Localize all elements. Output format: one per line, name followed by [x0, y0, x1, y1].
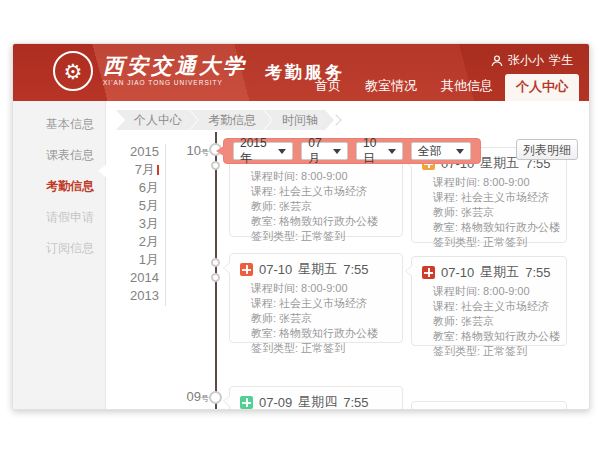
- breadcrumb: 个人中心 考勤信息 时间轴: [116, 110, 340, 130]
- nav-item-other-info[interactable]: 其他信息: [429, 73, 505, 101]
- signin-type-icon: [240, 263, 253, 276]
- main-nav: 首页 教室情况 其他信息 个人中心: [303, 73, 579, 101]
- card-line: 签到类型: 正常签到: [412, 344, 566, 359]
- active-month-cursor: [157, 165, 159, 175]
- attendance-app-window: ⚙ 西安交通大学 XI'AN JIAO TONG UNIVERSITY 考勤服务…: [12, 43, 590, 410]
- card-line: 签到类型: 正常签到: [412, 235, 566, 250]
- breadcrumb-attendance-info[interactable]: 考勤信息: [190, 110, 272, 130]
- timeline-node: [211, 273, 220, 282]
- card-line: 教师: 张芸京: [412, 314, 566, 329]
- user-info[interactable]: 张小小 学生: [491, 52, 573, 69]
- card-arrow: [405, 265, 412, 277]
- sidebar: 基本信息 课表信息 考勤信息 请假申请 订阅信息: [13, 101, 106, 409]
- attendance-card[interactable]: 07-09星期四7:55 课程时间: 8:00-9:00: [229, 386, 403, 410]
- card-line: 课程时间: 8:00-9:00: [230, 169, 402, 184]
- card-line: 课程: 社会主义市场经济: [412, 299, 566, 314]
- attendance-card[interactable]: 07-10星期五7:55 课程时间: 8:00-9:00 课程: 社会主义市场经…: [229, 253, 403, 343]
- university-name-cn: 西安交通大学: [103, 56, 247, 77]
- card-line: 课程: 社会主义市场经济: [230, 184, 402, 199]
- timeline-scale: 2015 7月 6月 5月 3月 2月 1月 2014 2013: [111, 143, 159, 305]
- day-select[interactable]: 10日: [356, 142, 403, 160]
- scale-2015[interactable]: 2015: [111, 143, 159, 161]
- attendance-card-clipped[interactable]: [411, 401, 567, 410]
- timeline-node: [211, 258, 220, 267]
- user-role: 学生: [549, 52, 573, 69]
- month-select[interactable]: 07月: [301, 142, 348, 160]
- card-line: 课程时间: 8:00-9:00: [230, 281, 402, 296]
- card-line: 教师: 张芸京: [230, 199, 402, 214]
- card-line: 签到类型: 正常签到: [230, 229, 402, 244]
- card-line: 教室: 格物致知行政办公楼: [230, 326, 402, 341]
- card-line: 教室: 格物致知行政办公楼: [412, 329, 566, 344]
- timeline-line: [215, 132, 217, 409]
- card-title: 07-10星期五7:55: [412, 257, 566, 284]
- card-line: 签到类型: 正常签到: [230, 341, 402, 356]
- sidebar-item-schedule-info[interactable]: 课表信息: [13, 140, 105, 171]
- attendance-card[interactable]: 07-10星期五7:55 课程时间: 8:00-9:00 课程: 社会主义市场经…: [411, 256, 567, 346]
- sidebar-item-attendance-info[interactable]: 考勤信息: [13, 171, 105, 202]
- scale-divider: [165, 144, 166, 306]
- card-title: 07-09星期四7:55: [230, 387, 402, 410]
- signin-type-icon: [240, 396, 253, 409]
- signin-type-icon: [422, 266, 435, 279]
- scale-mar[interactable]: 3月: [111, 215, 159, 233]
- scale-jan[interactable]: 1月: [111, 251, 159, 269]
- breadcrumb-timeline[interactable]: 时间轴: [264, 110, 334, 130]
- university-emblem-icon: ⚙: [53, 51, 93, 91]
- card-line: 教室: 格物致知行政办公楼: [230, 214, 402, 229]
- app-header: ⚙ 西安交通大学 XI'AN JIAO TONG UNIVERSITY 考勤服务…: [13, 44, 589, 101]
- timeline-node: [211, 161, 220, 170]
- card-line: 课程: 社会主义市场经济: [230, 296, 402, 311]
- nav-item-home[interactable]: 首页: [303, 73, 353, 101]
- type-select[interactable]: 全部: [411, 142, 471, 160]
- user-name: 张小小: [508, 52, 544, 69]
- scale-2013[interactable]: 2013: [111, 287, 159, 305]
- day-marker-09: 09号: [171, 389, 209, 404]
- scale-2014[interactable]: 2014: [111, 269, 159, 287]
- card-title: 07-10星期五7:55: [230, 254, 402, 281]
- card-line: 课程时间: 8:00-9:00: [412, 175, 566, 190]
- sidebar-item-basic-info[interactable]: 基本信息: [13, 109, 105, 140]
- card-line: 课程时间: 8:00-9:00: [412, 284, 566, 299]
- nav-item-classrooms[interactable]: 教室情况: [353, 73, 429, 101]
- chevron-right-icon: [330, 114, 341, 125]
- scale-jul[interactable]: 7月: [111, 161, 159, 179]
- timeline-node: [209, 391, 222, 404]
- year-select[interactable]: 2015年: [233, 142, 293, 160]
- nav-item-personal-center[interactable]: 个人中心: [505, 74, 579, 101]
- caret-down-icon: [388, 149, 396, 154]
- day-marker-10: 10号: [171, 143, 209, 158]
- caret-down-icon: [333, 149, 341, 154]
- scale-may[interactable]: 5月: [111, 197, 159, 215]
- card-arrow: [223, 395, 230, 407]
- caret-down-icon: [456, 149, 464, 154]
- brand-block: ⚙ 西安交通大学 XI'AN JIAO TONG UNIVERSITY 考勤服务: [53, 51, 345, 91]
- caret-down-icon: [278, 149, 286, 154]
- card-line: 课程: 社会主义市场经济: [412, 190, 566, 205]
- scale-jun[interactable]: 6月: [111, 179, 159, 197]
- sidebar-item-leave-request[interactable]: 请假申请: [13, 202, 105, 233]
- sidebar-item-subscription-info[interactable]: 订阅信息: [13, 233, 105, 264]
- card-arrow: [223, 262, 230, 274]
- scale-feb[interactable]: 2月: [111, 233, 159, 251]
- university-name-en: XI'AN JIAO TONG UNIVERSITY: [103, 80, 247, 87]
- breadcrumb-personal-center[interactable]: 个人中心: [116, 110, 198, 130]
- card-line: 教师: 张芸京: [230, 311, 402, 326]
- card-line: 教室: 格物致知行政办公楼: [412, 220, 566, 235]
- active-item-notch: [98, 164, 107, 178]
- list-detail-button[interactable]: 列表明细: [516, 139, 578, 160]
- card-line: 教师: 张芸京: [412, 205, 566, 220]
- filter-banner: 2015年 07月 10日 全部: [223, 138, 481, 164]
- university-name: 西安交通大学 XI'AN JIAO TONG UNIVERSITY: [103, 56, 247, 87]
- person-icon: [491, 55, 503, 67]
